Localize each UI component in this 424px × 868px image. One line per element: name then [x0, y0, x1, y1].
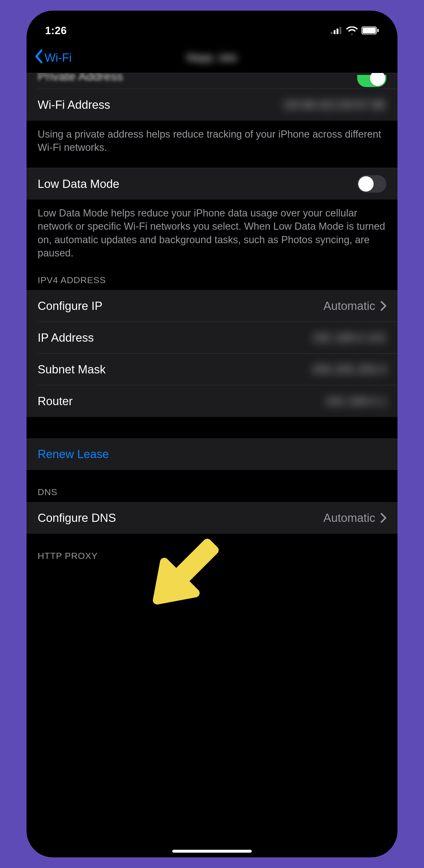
svg-rect-0 [331, 32, 333, 34]
home-indicator [172, 850, 252, 852]
subnet-mask-row: Subnet Mask 255.255.255.0 [27, 353, 397, 385]
low-data-mode-footer: Low Data Mode helps reduce your iPhone d… [27, 199, 397, 265]
chevron-right-icon [380, 513, 386, 523]
chevron-left-icon [34, 50, 43, 66]
wifi-address-value: D6:88:AD:D8:87:8E [284, 98, 386, 112]
nav-title-blurred: Napp_late [187, 52, 237, 63]
svg-rect-3 [339, 27, 341, 34]
http-proxy-section-header: HTTP PROXY [27, 534, 397, 571]
svg-rect-5 [363, 28, 376, 33]
router-value: 192.168.0.1 [325, 395, 386, 408]
low-data-mode-toggle[interactable] [357, 175, 386, 193]
svg-rect-1 [334, 30, 336, 34]
ip-address-row: IP Address 192.168.0.101 [27, 322, 397, 353]
subnet-mask-label: Subnet Mask [38, 363, 106, 376]
status-icons [331, 27, 379, 34]
subnet-mask-value: 255.255.255.0 [312, 363, 386, 376]
configure-dns-row[interactable]: Configure DNS Automatic [27, 502, 397, 534]
spacer [27, 417, 397, 438]
wifi-address-row: Wi-Fi Address D6:88:AD:D8:87:8E [27, 89, 397, 121]
configure-ip-value: Automatic [323, 299, 375, 313]
svg-rect-2 [337, 29, 338, 34]
status-bar: 1:26 [27, 10, 397, 42]
private-address-label: Private Address [38, 73, 123, 83]
cellular-icon [331, 27, 342, 34]
configure-ip-row[interactable]: Configure IP Automatic [27, 290, 397, 322]
low-data-mode-row[interactable]: Low Data Mode [27, 168, 397, 199]
status-time: 1:26 [45, 25, 67, 36]
renew-lease-row[interactable]: Renew Lease [27, 438, 397, 470]
wifi-address-label: Wi-Fi Address [38, 98, 110, 112]
ip-address-label: IP Address [38, 331, 94, 344]
private-address-footer: Using a private address helps reduce tra… [27, 121, 397, 168]
private-address-toggle[interactable] [357, 75, 386, 87]
ip-address-value: 192.168.0.101 [312, 331, 386, 344]
configure-ip-label: Configure IP [38, 299, 103, 313]
chevron-right-icon [380, 301, 386, 311]
renew-lease-label: Renew Lease [38, 447, 109, 461]
battery-icon [362, 27, 379, 34]
back-label: Wi-Fi [45, 51, 72, 64]
dns-section-header: DNS [27, 470, 397, 502]
router-label: Router [38, 395, 73, 408]
phone-frame: 1:26 [27, 10, 397, 858]
configure-dns-value: Automatic [323, 511, 375, 525]
ipv4-section-header: IPV4 ADDRESS [27, 265, 397, 290]
back-button[interactable]: Wi-Fi [34, 50, 72, 66]
private-address-row[interactable]: Private Address [27, 73, 397, 89]
configure-dns-label: Configure DNS [38, 511, 116, 525]
wifi-icon [346, 27, 358, 34]
router-row: Router 192.168.0.1 [27, 385, 397, 417]
svg-rect-6 [377, 29, 379, 32]
settings-content[interactable]: Private Address Wi-Fi Address D6:88:AD:D… [27, 73, 397, 858]
nav-bar: Wi-Fi Napp_late [27, 42, 397, 73]
low-data-mode-label: Low Data Mode [38, 177, 119, 190]
